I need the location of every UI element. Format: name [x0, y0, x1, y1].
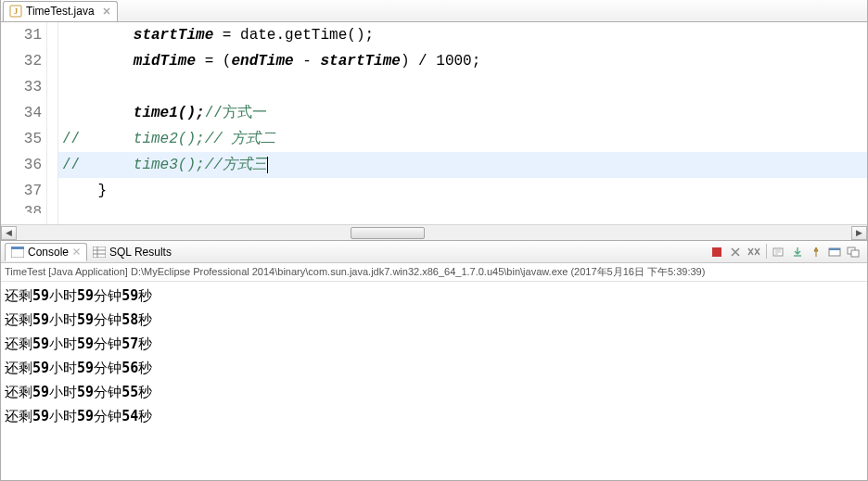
display-icon [828, 247, 841, 258]
scrollbar-thumb[interactable] [351, 227, 425, 239]
line-number: 38 [1, 204, 42, 213]
console-panel: Console SQL Results [0, 241, 868, 481]
clear-console-icon [772, 247, 785, 258]
line-number-gutter: 3132333435363738 [1, 22, 47, 224]
arrow-right-icon: ▶ [856, 228, 862, 237]
scroll-left-button[interactable]: ◀ [1, 226, 17, 240]
editor-tab-bar: J TimeTest.java [1, 0, 867, 22]
editor-tab-timetest[interactable]: J TimeTest.java [3, 1, 118, 21]
terminate-icon [711, 247, 722, 258]
scroll-right-button[interactable]: ▶ [851, 226, 867, 240]
code-line[interactable]: // time3();//方式三 [58, 152, 867, 178]
code-body[interactable]: startTime = date.getTime(); midTime = (e… [58, 22, 867, 224]
editor-area: J TimeTest.java 3132333435363738 startTi… [0, 0, 868, 241]
clear-console-button[interactable] [771, 244, 787, 260]
svg-rect-12 [829, 248, 840, 250]
editor-tab-label: TimeTest.java [26, 5, 95, 18]
arrow-left-icon: ◀ [6, 228, 12, 237]
line-number: 34 [1, 100, 42, 126]
console-line: 还剩59小时59分钟58秒 [5, 308, 863, 332]
line-number: 36 [1, 152, 42, 178]
scrollbar-track[interactable] [17, 226, 851, 240]
console-line: 还剩59小时59分钟55秒 [5, 380, 863, 404]
code-line[interactable]: // time2();// 方式二 [58, 126, 867, 152]
open-console-button[interactable] [845, 244, 862, 260]
svg-rect-14 [851, 250, 859, 257]
line-number: 37 [1, 178, 42, 204]
console-tab-bar: Console SQL Results [1, 241, 867, 263]
code-editor[interactable]: 3132333435363738 startTime = date.getTim… [1, 22, 867, 224]
code-line[interactable]: time1();//方式一 [58, 100, 867, 126]
close-icon[interactable] [72, 247, 81, 256]
svg-text:J: J [14, 6, 19, 16]
line-number: 32 [1, 48, 42, 74]
tab-sql-results[interactable]: SQL Results [87, 244, 177, 260]
code-line[interactable]: midTime = (endTime - startTime) / 1000; [58, 48, 867, 74]
svg-rect-3 [11, 247, 24, 249]
java-file-icon: J [9, 5, 22, 18]
console-line: 还剩59小时59分钟57秒 [5, 332, 863, 356]
line-number: 35 [1, 126, 42, 152]
svg-rect-4 [93, 247, 106, 258]
launch-info: TimeTest [Java Application] D:\MyEclipse… [1, 263, 867, 282]
remove-launch-button[interactable] [727, 244, 744, 260]
open-console-icon [847, 247, 860, 258]
close-icon[interactable] [102, 6, 111, 16]
remove-all-button[interactable] [746, 244, 762, 260]
tab-sql-label: SQL Results [109, 246, 172, 259]
pin-console-button[interactable] [808, 244, 824, 260]
svg-rect-8 [712, 247, 721, 257]
tab-console[interactable]: Console [5, 243, 87, 261]
line-number: 33 [1, 74, 42, 100]
code-line[interactable]: } [58, 178, 867, 204]
console-line: 还剩59小时59分钟54秒 [5, 404, 863, 428]
terminate-button[interactable] [708, 244, 725, 260]
console-toolbar [708, 244, 867, 260]
toolbar-separator [766, 244, 767, 259]
remove-all-icon [747, 247, 760, 258]
console-line: 还剩59小时59分钟59秒 [5, 284, 863, 308]
fold-strip [47, 22, 58, 224]
remove-launch-icon [730, 247, 741, 258]
scroll-lock-button[interactable] [789, 244, 806, 260]
scroll-lock-icon [792, 247, 803, 258]
code-line[interactable] [58, 74, 867, 100]
console-output[interactable]: 还剩59小时59分钟59秒还剩59小时59分钟58秒还剩59小时59分钟57秒还… [1, 282, 867, 480]
pin-icon [811, 247, 822, 258]
console-line: 还剩59小时59分钟56秒 [5, 356, 863, 380]
horizontal-scrollbar[interactable]: ◀ ▶ [1, 224, 867, 240]
sql-results-icon [93, 247, 106, 258]
tab-console-label: Console [28, 246, 69, 259]
display-selected-console-button[interactable] [826, 244, 843, 260]
line-number: 31 [1, 22, 42, 48]
code-line[interactable]: startTime = date.getTime(); [58, 22, 867, 48]
console-icon [11, 247, 24, 258]
